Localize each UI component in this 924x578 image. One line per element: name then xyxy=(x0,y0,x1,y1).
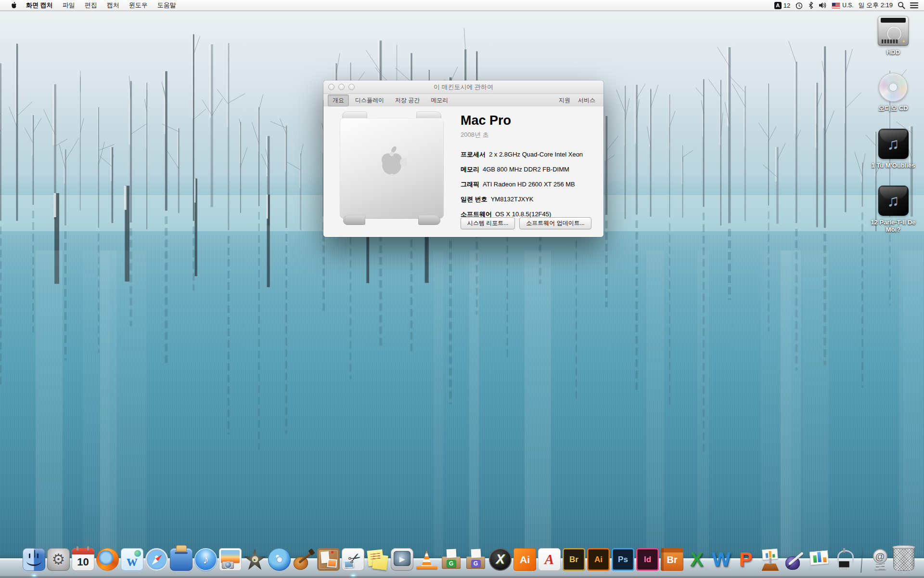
safari-dock-icon[interactable] xyxy=(145,548,168,571)
stuffit-expander-dock-icon[interactable]: G xyxy=(464,548,487,571)
app-menus: 화면 캡처파일편집캡처윈도우도움말 xyxy=(21,0,181,11)
stuffit-dropstuff-dock-icon[interactable]: G xyxy=(440,548,462,571)
tab-개요[interactable]: 개요 xyxy=(328,94,349,106)
firefox-dock-icon[interactable] xyxy=(96,548,119,571)
tower-foot xyxy=(343,215,365,225)
calendar-dock-icon[interactable]: 10 xyxy=(72,548,94,571)
numbers-dock-icon[interactable] xyxy=(808,548,831,571)
menu-item-3[interactable]: 캡처 xyxy=(102,0,124,11)
dock-items: ⚙10w♪▸✂▶GGXAiABrAiPsIdBrXWP@ xyxy=(23,546,914,571)
spotlight-icon[interactable] xyxy=(898,1,905,9)
indesign-dock-icon[interactable]: Id xyxy=(636,548,659,571)
spec-label: 소프트웨어 xyxy=(461,210,492,218)
adobe-updater-menu-extra[interactable]: A 12 xyxy=(774,2,790,9)
menu-app-name[interactable]: 화면 캡처 xyxy=(21,0,58,11)
vlc-dock-icon[interactable] xyxy=(415,548,438,571)
tab-메모리[interactable]: 메모리 xyxy=(426,94,453,106)
about-this-mac-window: 이 매킨토시에 관하여 개요디스플레이저장 공간메모리 지원서비스 Mac Pr… xyxy=(323,80,603,237)
toolbar-link-지원[interactable]: 지원 xyxy=(555,96,574,105)
dock-separator xyxy=(860,546,863,573)
desktop-icon-label: 1 Tu M'Oublies xyxy=(872,162,915,169)
bridge-box-dock-icon[interactable]: Br xyxy=(661,548,683,571)
tab-저장 공간[interactable]: 저장 공간 xyxy=(390,94,424,106)
menu-item-1[interactable]: 파일 xyxy=(58,0,80,11)
quicktime-dock-icon[interactable]: ▶ xyxy=(391,548,413,571)
x-app-dock-icon[interactable]: X xyxy=(489,548,512,571)
input-source-label: U.S. xyxy=(842,2,853,9)
menu-item-4[interactable]: 윈도우 xyxy=(124,0,153,11)
input-source-menu[interactable]: U.S. xyxy=(832,2,853,9)
window-titlebar[interactable]: 이 매킨토시에 관하여 xyxy=(323,80,603,94)
notification-center-icon[interactable] xyxy=(910,2,918,9)
desktop-icon-hdd[interactable]: HDD xyxy=(864,16,923,56)
spec-row: 그래픽ATI Radeon HD 2600 XT 256 MB xyxy=(461,180,598,189)
model-year: 2008년 초 xyxy=(461,131,598,139)
time-machine-icon[interactable] xyxy=(795,1,803,10)
illustrator-cs6-dock-icon[interactable]: Ai xyxy=(587,548,610,571)
zoom-button[interactable] xyxy=(348,84,355,90)
itunes-dock-icon[interactable]: ♪ xyxy=(194,548,217,571)
menu-item-5[interactable]: 도움말 xyxy=(153,0,181,11)
toolbar-link-서비스[interactable]: 서비스 xyxy=(574,96,599,105)
system-preferences-dock-icon[interactable]: ⚙ xyxy=(47,548,70,571)
spec-value: YM8132TJXYK xyxy=(491,196,534,203)
menu-bar-clock[interactable]: 일 오후 2:19 xyxy=(858,1,893,10)
adobe-badge-count: 12 xyxy=(783,2,790,9)
window-title: 이 매킨토시에 관하여 xyxy=(434,83,493,92)
spec-label: 메모리 xyxy=(461,166,479,173)
spec-value: ATI Radeon HD 2600 XT 256 MB xyxy=(483,181,575,188)
spec-value: OS X 10.8.5(12F45) xyxy=(495,210,551,218)
volume-icon[interactable] xyxy=(819,1,827,9)
word-dock-icon[interactable]: W xyxy=(710,548,732,571)
menu-item-2[interactable]: 편집 xyxy=(80,0,102,11)
illustrator-cs3-dock-icon[interactable]: Ai xyxy=(513,548,536,571)
grab-dock-icon[interactable]: ✂ xyxy=(342,548,364,571)
mac-info: Mac Pro 2008년 초 프로세서2 x 2.8GHz Quad-Core… xyxy=(461,113,598,225)
spec-list: 프로세서2 x 2.8GHz Quad-Core Intel Xeon메모리4G… xyxy=(461,150,598,219)
window-buttons: 시스템 리포트...소프트웨어 업데이트... xyxy=(461,217,591,229)
traffic-lights xyxy=(328,84,355,90)
pages-dock-icon[interactable] xyxy=(783,548,806,571)
mac-pro-tower-image xyxy=(339,111,445,225)
toast-titanium-dock-icon[interactable] xyxy=(170,548,192,571)
bridge-cs6-dock-icon[interactable]: Br xyxy=(563,548,585,571)
stickies-dock-icon[interactable] xyxy=(366,548,389,571)
menu-bar-left: 화면 캡처파일편집캡처윈도우도움말 xyxy=(0,0,181,11)
desktop-icon-label: HDD xyxy=(886,49,900,56)
photoshop-dock-icon[interactable]: Ps xyxy=(612,548,634,571)
garageband-dock-icon[interactable] xyxy=(293,548,315,571)
spec-label: 그래픽 xyxy=(461,181,479,188)
close-button[interactable] xyxy=(328,84,334,90)
imovie-dock-icon[interactable]: ▸ xyxy=(244,548,266,571)
desktop-icon-audio-file[interactable]: ♫1 Tu M'Oublies xyxy=(864,129,923,169)
apple-menu[interactable] xyxy=(7,0,21,11)
dock: ⚙10w♪▸✂▶GGXAiABrAiPsIdBrXWP@ xyxy=(0,540,924,578)
excel-dock-icon[interactable]: X xyxy=(685,548,708,571)
powerpoint-dock-icon[interactable]: P xyxy=(734,548,757,571)
trash-dock-icon[interactable] xyxy=(893,547,914,571)
w-globe-app-dock-icon[interactable]: w xyxy=(121,548,143,571)
idvd-dock-icon[interactable] xyxy=(268,548,291,571)
us-flag-icon xyxy=(832,3,840,8)
system-report-button[interactable]: 시스템 리포트... xyxy=(461,217,515,229)
minimize-button[interactable] xyxy=(338,84,345,90)
techtool-dock-icon[interactable] xyxy=(833,548,855,571)
software-update-button[interactable]: 소프트웨어 업데이트... xyxy=(519,217,591,229)
menu-bar-right: A 12 U.S. 일 오후 2:19 xyxy=(774,0,924,11)
tab-디스플레이[interactable]: 디스플레이 xyxy=(350,94,389,106)
audio-file-icon: ♫ xyxy=(878,185,909,216)
bluetooth-icon[interactable] xyxy=(808,1,814,9)
window-content: Mac Pro 2008년 초 프로세서2 x 2.8GHz Quad-Core… xyxy=(323,106,603,237)
spec-label: 프로세서 xyxy=(461,151,486,158)
iweb-dock-icon[interactable] xyxy=(317,548,340,571)
iphoto-dock-icon[interactable] xyxy=(219,548,242,571)
menu-bar: 화면 캡처파일편집캡처윈도우도움말 A 12 U.S. 일 오후 2:19 xyxy=(0,0,924,11)
model-name: Mac Pro xyxy=(461,113,598,128)
desktop-icon-audio-cd[interactable]: 오디오 CD xyxy=(864,73,923,112)
acrobat-dock-icon[interactable]: A xyxy=(538,548,561,571)
audio-file-icon: ♫ xyxy=(878,129,909,159)
at-stack-dock-icon[interactable]: @ xyxy=(869,548,891,571)
keynote-dock-icon[interactable] xyxy=(759,548,782,571)
desktop-icon-audio-file[interactable]: ♫12 Parle-T-Il De Moi? xyxy=(864,185,923,233)
finder-dock-icon[interactable] xyxy=(23,548,45,571)
